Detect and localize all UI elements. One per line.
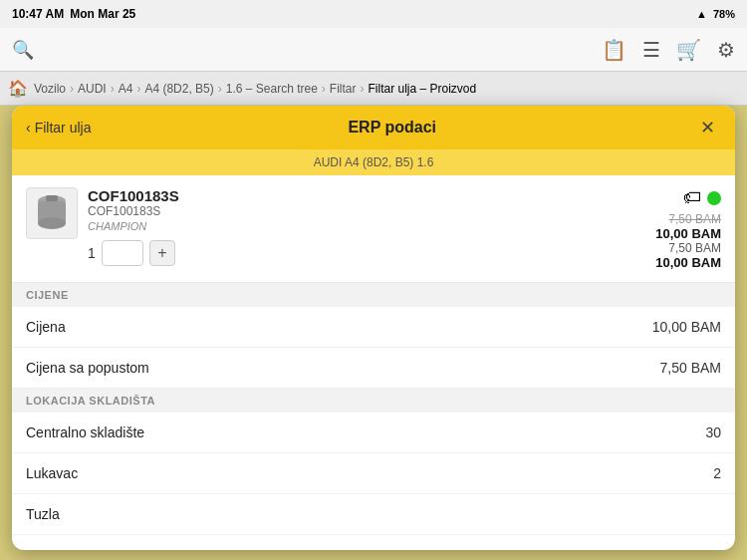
product-image-svg: [34, 193, 70, 233]
warehouse-lukavac-label: Lukavac: [26, 465, 713, 481]
modal-back-label: Filtar ulja: [35, 120, 92, 136]
cijena-row: Cijena 10,00 BAM: [12, 307, 735, 348]
svg-rect-3: [46, 195, 58, 201]
breadcrumb-audi[interactable]: AUDI: [78, 82, 107, 96]
breadcrumb-current[interactable]: Filtar ulja – Proizvod: [369, 82, 477, 96]
modal-header: ‹ Filtar ulja ERP podaci ✕: [12, 106, 735, 149]
warehouse-row-lukavac: Lukavac 2: [12, 453, 735, 494]
warehouse-row-tuzla: Tuzla: [12, 494, 735, 535]
product-brand: CHAMPION: [88, 220, 647, 232]
modal-subheader-text: AUDI A4 (8D2, B5) 1.6: [314, 155, 434, 169]
cijena-popust-label: Cijena sa popustom: [26, 360, 149, 376]
breadcrumb-searchtree[interactable]: 1.6 – Search tree: [226, 82, 318, 96]
breadcrumb: 🏠 Vozilo › AUDI › A4 › A4 (8D2, B5) › 1.…: [0, 72, 747, 106]
price-label-icon: 🏷: [683, 187, 701, 208]
product-qty-row: 1 +: [88, 240, 647, 266]
modal-title: ERP podaci: [348, 119, 436, 137]
status-bar: 10:47 AM Mon Mar 25 ▲ 78%: [0, 0, 747, 28]
warehouse-tuzla-label: Tuzla: [26, 506, 721, 522]
price-strikethrough: 7,50 BAM: [655, 212, 721, 226]
product-subcode: COF100183S: [88, 204, 647, 218]
product-code: COF100183S: [88, 187, 647, 204]
cijena-popust-row: Cijena sa popustom 7,50 BAM: [12, 348, 735, 389]
cijene-section-header: CIJENE: [12, 283, 735, 307]
lokacija-section-header: LOKACIJA SKLADIŠTA: [12, 389, 735, 413]
product-image: [26, 187, 78, 239]
wifi-icon: ▲: [696, 8, 707, 20]
breadcrumb-a4b5[interactable]: A4 (8D2, B5): [144, 82, 213, 96]
status-time: 10:47 AM: [12, 7, 64, 21]
quantity-plus-button[interactable]: +: [149, 240, 175, 266]
svg-point-2: [38, 217, 66, 229]
erp-modal: ‹ Filtar ulja ERP podaci ✕ AUDI A4 (8D2,…: [12, 106, 735, 550]
breadcrumb-vozilo[interactable]: Vozilo: [34, 82, 66, 96]
qty-label: 1: [88, 245, 96, 261]
breadcrumb-a4[interactable]: A4: [119, 82, 133, 96]
price-normal: 7,50 BAM: [655, 241, 721, 255]
product-row: COF100183S COF100183S CHAMPION 1 + 🏷 7,5…: [12, 175, 735, 283]
warehouse-row-centralno: Centralno skladište 30: [12, 413, 735, 453]
search-icon[interactable]: 🔍: [12, 39, 34, 61]
home-icon[interactable]: 🏠: [8, 79, 28, 98]
cart-icon[interactable]: 🛒: [676, 38, 701, 62]
quantity-input[interactable]: [102, 240, 143, 266]
availability-dot: [707, 191, 721, 205]
battery-status: 78%: [713, 8, 735, 20]
price-bold-1: 10,00 BAM: [655, 226, 721, 241]
cijena-popust-value: 7,50 BAM: [660, 360, 721, 376]
warehouse-lukavac-qty: 2: [713, 465, 721, 481]
product-prices: 🏷 7,50 BAM 10,00 BAM 7,50 BAM 10,00 BAM: [647, 187, 721, 270]
cijena-label: Cijena: [26, 319, 66, 335]
settings-icon[interactable]: ⚙: [717, 38, 735, 62]
list-icon[interactable]: ☰: [642, 38, 660, 62]
product-info: COF100183S COF100183S CHAMPION 1 +: [88, 187, 647, 266]
top-toolbar: 🔍 📋 ☰ 🛒 ⚙: [0, 28, 747, 72]
cijena-value: 10,00 BAM: [652, 319, 721, 335]
modal-subheader: AUDI A4 (8D2, B5) 1.6: [12, 149, 735, 175]
warehouse-centralno-label: Centralno skladište: [26, 424, 705, 440]
clipboard-icon[interactable]: 📋: [602, 38, 626, 62]
back-chevron-icon: ‹: [26, 120, 31, 136]
status-date: Mon Mar 25: [70, 7, 135, 21]
warehouse-centralno-qty: 30: [705, 424, 721, 440]
modal-close-button[interactable]: ✕: [693, 114, 721, 141]
breadcrumb-filtar[interactable]: Filtar: [330, 82, 357, 96]
modal-back-button[interactable]: ‹ Filtar ulja: [26, 120, 91, 136]
price-bold-2: 10,00 BAM: [655, 255, 721, 270]
